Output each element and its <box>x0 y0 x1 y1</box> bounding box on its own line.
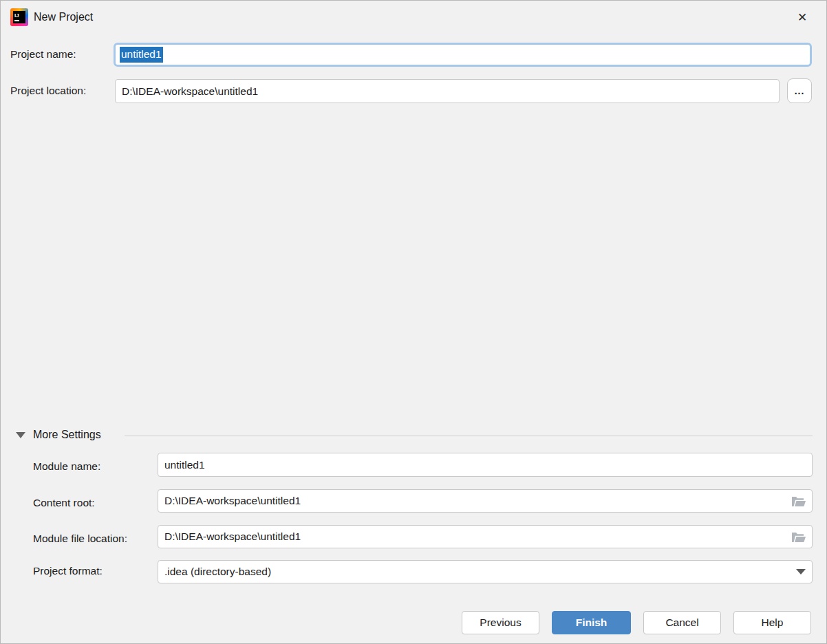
close-icon[interactable]: ✕ <box>791 6 814 28</box>
finish-button[interactable]: Finish <box>552 611 631 634</box>
module-name-label: Module name: <box>33 460 100 473</box>
project-location-input[interactable]: D:\IDEA-workspace\untitled1 <box>115 79 780 103</box>
more-settings-header[interactable]: More Settings <box>33 429 101 441</box>
content-root-input[interactable]: D:\IDEA-workspace\untitled1 <box>158 489 813 513</box>
chevron-down-icon <box>796 569 806 575</box>
window-title: New Project <box>34 11 93 23</box>
folder-icon[interactable] <box>792 496 806 506</box>
more-settings-divider <box>125 436 813 436</box>
previous-button[interactable]: Previous <box>462 611 539 634</box>
project-format-dropdown[interactable]: .idea (directory-based) <box>158 560 813 583</box>
folder-icon[interactable] <box>792 532 806 542</box>
project-format-label: Project format: <box>33 565 103 577</box>
help-button[interactable]: Help <box>733 611 811 634</box>
module-file-location-label: Module file location: <box>33 533 127 545</box>
project-name-label: Project name: <box>10 48 76 61</box>
project-name-selected-text: untitled1 <box>120 47 163 63</box>
new-project-dialog: IJ New Project ✕ Project name: untitled1… <box>0 0 827 644</box>
intellij-idea-logo-icon: IJ <box>10 8 28 26</box>
module-file-location-input[interactable]: D:\IDEA-workspace\untitled1 <box>158 525 813 548</box>
project-name-input[interactable]: untitled1 <box>114 43 812 67</box>
project-location-label: Project location: <box>10 85 86 97</box>
more-settings-collapse-icon[interactable] <box>16 432 25 438</box>
content-root-label: Content root: <box>33 497 95 509</box>
module-name-input[interactable]: untitled1 <box>158 453 813 477</box>
cancel-button[interactable]: Cancel <box>643 611 721 634</box>
browse-project-location-button[interactable]: ... <box>787 78 812 103</box>
